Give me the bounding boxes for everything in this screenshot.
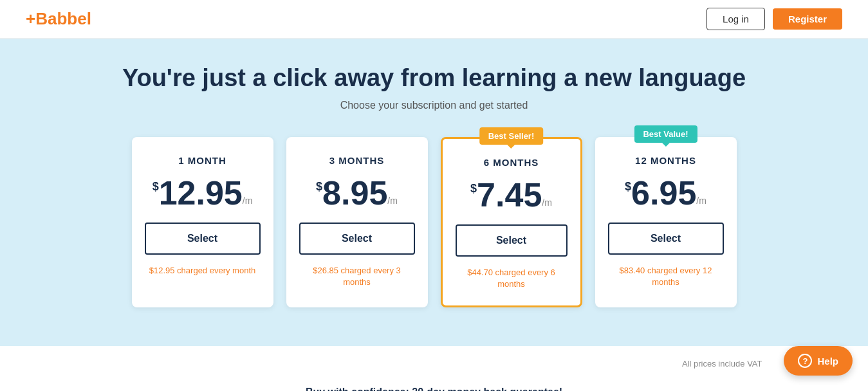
- price-dollar-3months: $: [316, 180, 322, 194]
- plan-card-12months: Best Value! 12 MONTHS $ 6.95 /m Select $…: [595, 137, 737, 307]
- plan-name-1month: 1 MONTH: [145, 155, 261, 166]
- price-block-1month: $ 12.95 /m: [145, 176, 261, 210]
- hero-title: You're just a click away from learning a…: [13, 64, 855, 92]
- guarantee-text: Buy with confidence: 20-day money back g…: [13, 386, 855, 391]
- price-block-6months: $ 7.45 /m: [456, 178, 568, 212]
- register-button[interactable]: Register: [773, 8, 842, 30]
- price-per-1month: /m: [243, 196, 253, 206]
- price-amount-1month: 12.95: [159, 176, 243, 210]
- charge-note-6months: $44.70 charged every 6 months: [456, 267, 568, 290]
- header: +Babbel Log in Register: [0, 0, 868, 39]
- plan-name-12months: 12 MONTHS: [608, 155, 724, 166]
- charge-note-3months: $26.85 charged every 3 months: [299, 265, 415, 288]
- price-amount-3months: 8.95: [322, 176, 387, 210]
- hero-section: You're just a click away from learning a…: [0, 39, 868, 346]
- plan-card-1month: 1 MONTH $ 12.95 /m Select $12.95 charged…: [132, 137, 273, 307]
- plan-name-3months: 3 MONTHS: [299, 155, 415, 166]
- price-per-3months: /m: [387, 196, 398, 206]
- price-amount-12months: 6.95: [631, 176, 696, 210]
- logo: +Babbel: [26, 9, 91, 29]
- price-block-12months: $ 6.95 /m: [608, 176, 724, 210]
- price-amount-6months: 7.45: [477, 178, 542, 212]
- select-button-3months[interactable]: Select: [299, 223, 415, 255]
- select-button-1month[interactable]: Select: [145, 223, 261, 255]
- plan-card-3months: 3 MONTHS $ 8.95 /m Select $26.85 charged…: [286, 137, 428, 307]
- plan-name-6months: 6 MONTHS: [456, 157, 568, 168]
- price-per-6months: /m: [542, 197, 552, 208]
- price-dollar-12months: $: [625, 180, 631, 194]
- plan-card-6months: Best Seller! 6 MONTHS $ 7.45 /m Select $…: [441, 137, 582, 307]
- help-button[interactable]: ? Help: [784, 346, 853, 376]
- price-per-12months: /m: [696, 196, 706, 206]
- charge-note-1month: $12.95 charged every month: [145, 265, 261, 277]
- login-button[interactable]: Log in: [706, 8, 765, 30]
- pricing-grid: 1 MONTH $ 12.95 /m Select $12.95 charged…: [13, 137, 855, 307]
- badge-12months: Best Value!: [634, 125, 697, 143]
- help-icon: ?: [798, 354, 812, 368]
- select-button-6months[interactable]: Select: [456, 224, 568, 257]
- price-dollar-6months: $: [470, 182, 477, 196]
- price-dollar-1month: $: [152, 180, 159, 194]
- badge-6months: Best Seller!: [479, 127, 544, 145]
- price-block-3months: $ 8.95 /m: [299, 176, 415, 210]
- hero-subtitle: Choose your subscription and get started: [13, 100, 855, 111]
- charge-note-12months: $83.40 charged every 12 months: [608, 265, 724, 288]
- vat-note: All prices include VAT: [80, 352, 788, 368]
- header-actions: Log in Register: [706, 8, 842, 30]
- help-label: Help: [817, 356, 838, 367]
- footer-section: Buy with confidence: 20-day money back g…: [0, 368, 868, 391]
- select-button-12months[interactable]: Select: [608, 223, 724, 255]
